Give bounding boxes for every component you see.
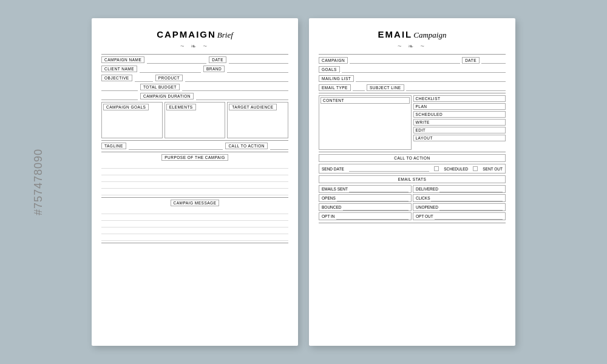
purpose-label: PURPOSE OF THE CAMPAIG (161, 154, 228, 161)
scheduled-label: SCHEDULED (413, 111, 506, 118)
right-bottom-divider (319, 223, 506, 223)
opt-in-line[interactable] (336, 214, 409, 220)
checklist-col: CHECKLIST PLAN SCHEDULED WRITE EDIT LAYO… (413, 95, 506, 150)
product-line[interactable] (185, 75, 288, 82)
purpose-row: PURPOSE OF THE CAMPAIG (101, 154, 288, 161)
plan-label: PLAN (413, 103, 506, 110)
right-page-title: EMAIL Campaign (319, 29, 506, 40)
bounced-cell: BOUNCED (319, 203, 412, 211)
layout-label: LAYOUT (413, 135, 506, 141)
brand-line[interactable] (227, 66, 288, 73)
emails-sent-line[interactable] (349, 186, 409, 192)
send-date-line[interactable] (349, 166, 429, 172)
duration-line-right[interactable] (196, 93, 288, 100)
bounced-label: BOUNCED (322, 205, 342, 209)
scheduled-checkbox[interactable] (434, 166, 439, 171)
purpose-lines (101, 162, 288, 195)
left-bottom-divider (101, 243, 288, 243)
stats-grid: EMAILS SENT DELIVERED OPENS CLICKS BOUNC… (319, 185, 506, 220)
campaign-duration-label: CAMPAIGN DURATION (140, 93, 194, 99)
r-emailtype-label: EMAIL TYPE (319, 84, 351, 91)
product-label: PRODUCT (155, 75, 183, 81)
bounced-line[interactable] (343, 204, 409, 211)
right-top-divider (319, 54, 506, 55)
clicks-cell: CLICKS (413, 194, 506, 202)
left-page: CAPMAIGN Brief ~ ❧ ~ CAMPAIGN NAME DATE … (92, 18, 298, 346)
target-audience-col: TARGET AUDIENCE (227, 102, 288, 138)
left-page-title: CAPMAIGN Brief (101, 29, 288, 40)
campaign-goals-header: CAMPAIGN GOALS (103, 104, 149, 110)
delivered-line[interactable] (439, 186, 503, 192)
cta-label: CALL TO ACTION (225, 143, 268, 149)
objective-row: OBJECTIVE PRODUCT (101, 75, 288, 82)
three-col-section: CAMPAIGN GOALS ELEMENTS TARGET AUDIENCE (101, 102, 288, 138)
total-budget-label: TOTAL BUDGET (140, 84, 180, 90)
message-lines (101, 207, 288, 241)
tagline-line[interactable] (129, 143, 223, 150)
write-label: WRITE (413, 119, 506, 126)
tagline-row: TAGLINE CALL TO ACTION (101, 143, 288, 150)
elements-col: ELEMENTS (164, 102, 226, 138)
right-div1 (319, 93, 506, 93)
r-emailtype-row: EMAIL TYPE SUBJECT LINE (319, 84, 506, 91)
r-mailing-line[interactable] (356, 75, 506, 82)
r-goals-label: GOALS (319, 66, 340, 73)
tagline-label: TAGLINE (101, 143, 126, 149)
left-title-main: CAPMAIGN (157, 29, 216, 39)
r-subjectline-label: SUBJECT LINE (367, 84, 404, 91)
client-name-line[interactable] (140, 66, 201, 73)
content-col: CONTENT (319, 95, 412, 150)
unopened-label: UNOPENED (416, 205, 438, 209)
date-label: DATE (209, 56, 226, 63)
duration-line-left (101, 93, 138, 100)
opt-in-label: OPT IN (322, 214, 335, 218)
clicks-line[interactable] (431, 195, 503, 201)
emails-sent-cell: EMAILS SENT (319, 185, 412, 193)
left-top-divider (101, 54, 288, 55)
r-campaign-row: CAMPAIGN DATE (319, 56, 506, 64)
opt-in-cell: OPT IN (319, 212, 412, 220)
checklist-label: CHECKLIST (413, 95, 506, 102)
r-subjectline-line[interactable] (406, 84, 506, 91)
r-emailtype-line[interactable] (353, 84, 365, 91)
objective-line[interactable] (135, 75, 153, 82)
left-title-sub: Brief (217, 30, 233, 39)
cta-line[interactable] (270, 143, 288, 150)
budget-line-left (101, 84, 138, 91)
date-line[interactable] (229, 56, 288, 64)
brand-label: BRAND (203, 66, 225, 72)
left-div3 (101, 197, 288, 198)
budget-line-right[interactable] (182, 84, 288, 91)
unopened-cell: UNOPENED (413, 203, 506, 211)
opt-out-cell: OPT OUT (413, 212, 506, 220)
right-ornament: ~ ❧ ~ (319, 42, 506, 50)
pages-container: CAPMAIGN Brief ~ ❧ ~ CAMPAIGN NAME DATE … (80, 6, 527, 358)
delivered-label: DELIVERED (416, 187, 438, 191)
message-row: CAMPAIG MESSAGE (101, 200, 288, 206)
total-budget-row: TOTAL BUDGET (101, 84, 288, 91)
opens-label: OPENS (322, 196, 336, 200)
unopened-line[interactable] (439, 204, 503, 211)
right-title-main: EMAIL (378, 29, 413, 39)
email-stats-header: EMAIL STATS (319, 175, 506, 183)
opt-out-line[interactable] (435, 214, 503, 220)
message-label: CAMPAIG MESSAGE (171, 200, 220, 206)
right-div2 (319, 152, 506, 152)
r-goals-line[interactable] (342, 66, 506, 73)
left-div2 (101, 152, 288, 152)
send-date-row: SEND DATE SCHEDULED SENT OUT (319, 164, 506, 174)
r-date-line[interactable] (481, 56, 506, 64)
campaign-name-line[interactable] (147, 56, 206, 64)
email-stats-label: EMAIL STATS (398, 177, 427, 181)
sent-out-checkbox[interactable] (473, 166, 478, 171)
delivered-cell: DELIVERED (413, 185, 506, 193)
campaign-goals-col: CAMPAIGN GOALS (101, 102, 163, 138)
campaign-name-label: CAMPAIGN NAME (101, 56, 144, 63)
edit-label: EDIT (413, 127, 506, 133)
r-campaign-line[interactable] (350, 56, 460, 64)
opens-line[interactable] (337, 195, 409, 201)
objective-label: OBJECTIVE (101, 75, 132, 81)
left-ornament: ~ ❧ ~ (101, 42, 288, 50)
right-page: EMAIL Campaign ~ ❧ ~ CAMPAIGN DATE GOALS… (309, 18, 515, 346)
clicks-label: CLICKS (416, 196, 430, 200)
